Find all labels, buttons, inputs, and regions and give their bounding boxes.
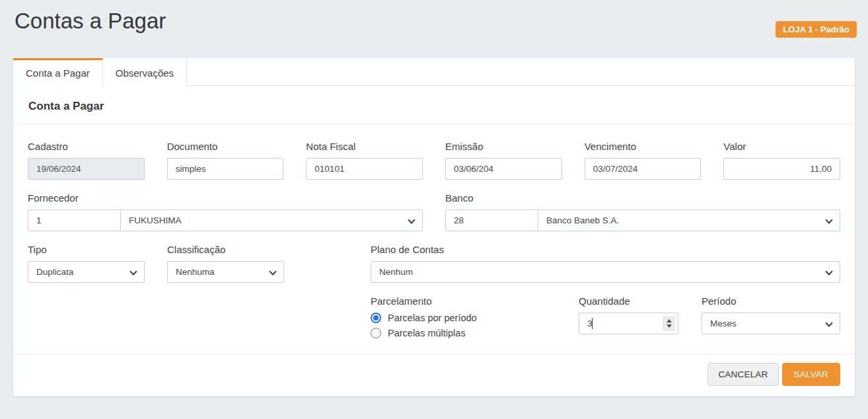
field-documento: Documento [167, 141, 284, 180]
quantidade-label: Quantidade [579, 295, 678, 307]
tab-bar: Conta a Pagar Observações [13, 58, 855, 86]
field-vencimento: Vencimento [585, 141, 702, 180]
tab-observacoes[interactable]: Observações [103, 58, 187, 86]
save-button[interactable]: SALVAR [782, 363, 840, 386]
form-row-3: Tipo Duplicata Classificação Nenhuma [28, 244, 840, 283]
radio-label: Parcelas múltiplas [388, 328, 466, 338]
stepper-down-icon [667, 324, 672, 328]
field-emissao: Emissão [445, 141, 562, 180]
field-valor: Valor [723, 141, 840, 180]
valor-input[interactable] [723, 158, 840, 180]
radio-parcelas-multiplas[interactable]: Parcelas múltiplas [371, 328, 579, 338]
periodo-select[interactable]: Meses [702, 313, 840, 334]
number-stepper[interactable] [663, 316, 675, 331]
classificacao-label: Classificação [167, 244, 284, 255]
field-nota-fiscal: Nota Fiscal [306, 141, 423, 180]
field-tipo: Tipo Duplicata [28, 244, 145, 283]
tab-label: Conta a Pagar [26, 67, 90, 79]
classificacao-select[interactable]: Nenhuma [167, 261, 284, 283]
form-area: Conta a Pagar Cadastro Documento Nota Fi… [13, 86, 855, 354]
banco-code-input[interactable] [445, 210, 538, 231]
field-classificacao: Classificação Nenhuma [167, 244, 284, 283]
radio-parcelas-por-periodo[interactable]: Parcelas por período [371, 313, 579, 323]
section-title: Conta a Pagar [28, 86, 840, 124]
divider [13, 124, 855, 124]
valor-label: Valor [723, 141, 840, 152]
vencimento-label: Vencimento [585, 141, 702, 152]
field-banco: Banco Banco Baneb S.A. [445, 192, 840, 231]
tipo-select[interactable]: Duplicata [28, 261, 145, 283]
nota-fiscal-label: Nota Fiscal [306, 141, 423, 152]
tab-label: Observações [116, 67, 174, 79]
parcelamento-label: Parcelamento [371, 295, 579, 307]
plano-de-contas-label: Plano de Contas [371, 244, 840, 255]
main-panel: Conta a Pagar Observações Conta a Pagar … [13, 58, 855, 397]
tab-conta-a-pagar[interactable]: Conta a Pagar [13, 58, 103, 86]
radio-label: Parcelas por período [388, 313, 477, 323]
tipo-label: Tipo [28, 244, 145, 255]
form-row-1: Cadastro Documento Nota Fiscal Emissão V… [28, 141, 840, 180]
form-footer: CANCELAR SALVAR [13, 354, 855, 397]
plano-de-contas-select[interactable]: Nenhum [371, 261, 840, 283]
fornecedor-label: Fornecedor [28, 192, 423, 204]
text-caret [592, 318, 593, 329]
radio-selected-icon [371, 313, 381, 323]
field-periodo: Período Meses [702, 295, 840, 338]
documento-label: Documento [167, 141, 284, 152]
cancel-button[interactable]: CANCELAR [707, 363, 778, 386]
page-title: Contas a Pagar [15, 9, 166, 34]
field-cadastro: Cadastro [28, 141, 145, 180]
form-row-4: Parcelamento Parcelas por período Parcel… [371, 295, 840, 338]
field-fornecedor: Fornecedor FUKUSHIMA [28, 192, 423, 231]
emissao-input[interactable] [445, 158, 562, 180]
banco-select[interactable]: Banco Baneb S.A. [538, 210, 840, 231]
cadastro-label: Cadastro [28, 141, 145, 152]
nota-fiscal-input[interactable] [306, 158, 423, 180]
documento-input[interactable] [167, 158, 284, 180]
field-quantidade: Quantidade [579, 295, 678, 338]
form-row-2: Fornecedor FUKUSHIMA Banco [28, 192, 840, 231]
fornecedor-code-input[interactable] [28, 210, 121, 231]
stepper-up-icon [667, 319, 672, 323]
vencimento-input[interactable] [585, 158, 702, 180]
store-badge[interactable]: LOJA 1 - Padrão [776, 21, 857, 38]
periodo-label: Período [702, 295, 840, 307]
field-parcelamento: Parcelamento Parcelas por período Parcel… [371, 295, 579, 338]
emissao-label: Emissão [445, 141, 562, 152]
page-header: Contas a Pagar LOJA 1 - Padrão [0, 0, 868, 58]
field-plano-de-contas: Plano de Contas Nenhum [371, 244, 840, 283]
banco-label: Banco [445, 192, 840, 204]
cadastro-input[interactable] [28, 158, 145, 180]
radio-unselected-icon [371, 328, 381, 338]
fornecedor-select[interactable]: FUKUSHIMA [121, 210, 423, 231]
